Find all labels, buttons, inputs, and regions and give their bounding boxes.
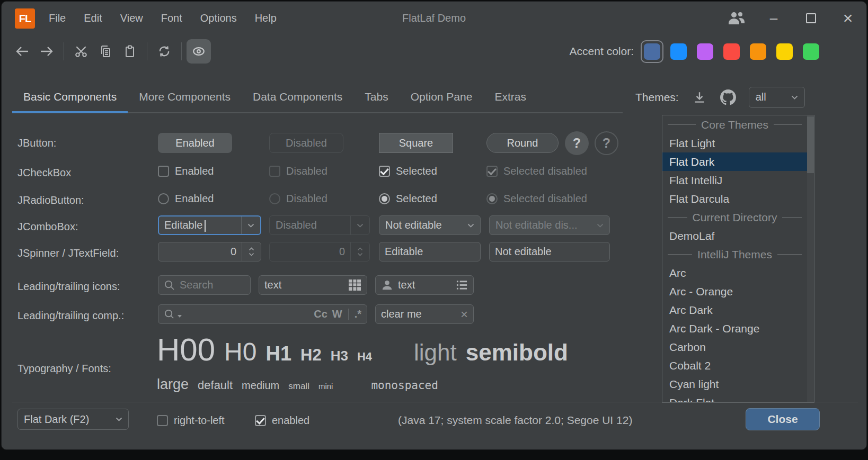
minimize-icon: –: [770, 11, 777, 25]
text-field-user-menu[interactable]: [375, 275, 474, 295]
theme-item-arc[interactable]: Arc: [662, 264, 807, 282]
users-icon[interactable]: [718, 2, 755, 34]
menu-help[interactable]: Help: [246, 12, 286, 24]
copy-icon: [99, 45, 112, 58]
paste-icon: [123, 45, 136, 58]
menu-file[interactable]: File: [40, 12, 75, 24]
spinner-input[interactable]: [158, 246, 242, 258]
spinner-arrows[interactable]: [242, 242, 261, 261]
search-options-input[interactable]: [187, 308, 309, 320]
menu-edit[interactable]: Edit: [75, 12, 111, 24]
theme-item-demolaf[interactable]: DemoLaf: [662, 227, 807, 245]
clearable-input[interactable]: [381, 308, 456, 320]
textfield-not-editable[interactable]: Not editable: [489, 242, 610, 261]
theme-item-flat-intellij[interactable]: Flat IntelliJ: [662, 171, 807, 190]
theme-item-flat-light[interactable]: Flat Light: [662, 134, 807, 152]
themes-scrollbar-thumb[interactable]: [807, 116, 814, 173]
minimize-button[interactable]: –: [755, 2, 792, 34]
enabled-button[interactable]: Enabled: [158, 133, 232, 153]
theme-item-flat-dark[interactable]: Flat Dark: [662, 152, 807, 171]
accent-color-label: Accent color:: [570, 45, 634, 58]
theme-item-cobalt-2[interactable]: Cobalt 2: [662, 356, 807, 375]
forward-button[interactable]: [34, 39, 59, 64]
match-case-toggle[interactable]: Cc: [314, 308, 327, 320]
textfield-editable-input[interactable]: [385, 246, 475, 258]
maximize-button[interactable]: [792, 2, 829, 34]
list-menu-icon[interactable]: [456, 279, 468, 291]
download-themes-button[interactable]: [693, 91, 706, 104]
text-field-table[interactable]: [259, 275, 367, 295]
radio-enabled[interactable]: Enabled: [158, 192, 214, 205]
menu-font[interactable]: Font: [152, 12, 191, 24]
accent-swatch-7[interactable]: [800, 40, 822, 63]
copy-button[interactable]: [93, 39, 118, 64]
radio-selected-icon[interactable]: [379, 193, 390, 204]
search-field[interactable]: [158, 275, 251, 295]
menu-view[interactable]: View: [111, 12, 152, 24]
theme-filter-combo[interactable]: all: [749, 87, 805, 108]
accent-swatch-2[interactable]: [667, 40, 690, 63]
theme-item-arc-orange[interactable]: Arc - Orange: [662, 282, 807, 301]
theme-item-carbon[interactable]: Carbon: [662, 338, 807, 356]
search-dropdown-icon[interactable]: [164, 309, 175, 320]
combo-editable-input[interactable]: [159, 219, 241, 231]
combo-not-editable[interactable]: Not editable: [379, 215, 481, 235]
search-with-options-field[interactable]: Cc W .*: [158, 304, 367, 324]
regex-toggle[interactable]: .*: [355, 308, 361, 320]
accent-swatch-6[interactable]: [773, 40, 796, 63]
theme-item-flat-darcula[interactable]: Flat Darcula: [662, 190, 807, 208]
square-button[interactable]: Square: [379, 133, 453, 153]
laf-combo[interactable]: Flat Dark (F2): [17, 409, 129, 430]
paste-button[interactable]: [118, 39, 142, 64]
chevron-down-icon[interactable]: [241, 217, 260, 234]
theme-item-arc-dark-orange[interactable]: Arc Dark - Orange: [662, 319, 807, 338]
accent-swatch-3[interactable]: [694, 40, 716, 63]
checkbox-checked-icon[interactable]: [379, 166, 390, 177]
help-button[interactable]: ?: [565, 131, 589, 155]
tab-more-components[interactable]: More Components: [128, 81, 242, 112]
accent-swatch-1[interactable]: [641, 40, 663, 63]
search-input[interactable]: [180, 279, 245, 291]
theme-item-cyan-light[interactable]: Cyan light: [662, 375, 807, 393]
github-button[interactable]: [720, 89, 736, 105]
radio-selected[interactable]: Selected: [379, 192, 437, 205]
close-button[interactable]: Close: [746, 408, 820, 430]
help-button-borderless[interactable]: ?: [595, 131, 618, 155]
show-hidden-toggle[interactable]: [187, 39, 211, 64]
accent-swatch-5[interactable]: [747, 40, 769, 63]
checkbox-icon[interactable]: [157, 415, 168, 426]
tab-option-pane[interactable]: Option Pane: [400, 81, 484, 112]
checkbox-enabled[interactable]: Enabled: [158, 165, 214, 177]
menu-options[interactable]: Options: [191, 12, 246, 24]
rtl-checkbox[interactable]: right-to-left: [157, 414, 225, 427]
clear-icon[interactable]: ×: [460, 308, 468, 321]
theme-item-arc-dark[interactable]: Arc Dark: [662, 301, 807, 319]
text-input[interactable]: [264, 279, 343, 291]
accent-swatch-color: [697, 43, 713, 60]
combo-editable[interactable]: [158, 215, 261, 235]
large-sample: large: [157, 376, 189, 393]
tab-tabs[interactable]: Tabs: [353, 81, 399, 112]
checkbox-selected[interactable]: Selected: [379, 165, 437, 177]
accent-swatch-4[interactable]: [720, 40, 743, 63]
tab-data-components[interactable]: Data Components: [242, 81, 353, 112]
clearable-field[interactable]: ×: [375, 304, 474, 324]
close-window-button[interactable]: ×: [829, 2, 866, 34]
enabled-checkbox[interactable]: enabled: [255, 414, 309, 427]
tab-extras[interactable]: Extras: [483, 81, 537, 112]
textfield-editable[interactable]: [379, 242, 481, 261]
round-button[interactable]: Round: [486, 133, 559, 153]
table-icon[interactable]: [348, 279, 361, 291]
text-input[interactable]: [398, 279, 451, 291]
semibold-sample: semibold: [466, 339, 568, 366]
radio-icon[interactable]: [158, 193, 169, 204]
jbutton-label: JButton:: [17, 137, 56, 149]
refresh-button[interactable]: [152, 39, 176, 64]
tab-basic-components[interactable]: Basic Components: [12, 81, 128, 112]
checkbox-icon[interactable]: [158, 166, 169, 177]
whole-words-toggle[interactable]: W: [332, 308, 342, 320]
back-button[interactable]: [10, 39, 34, 64]
checkbox-checked-icon[interactable]: [255, 415, 266, 426]
cut-button[interactable]: [69, 39, 93, 64]
spinner[interactable]: [158, 242, 261, 261]
